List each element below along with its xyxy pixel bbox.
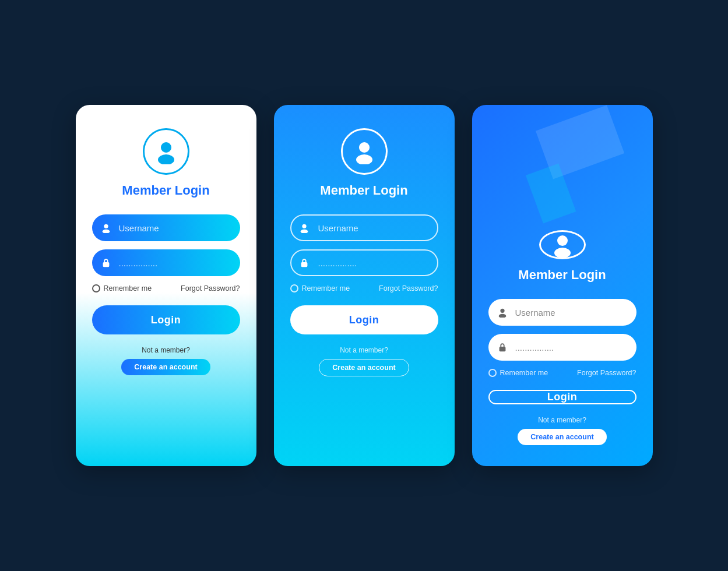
remember-circle-2[interactable] bbox=[290, 284, 298, 292]
user-svg-3 bbox=[497, 307, 508, 318]
forgot-password-2[interactable]: Forgot Password? bbox=[379, 284, 438, 292]
user-field-icon-1 bbox=[100, 222, 112, 234]
diagonal-overlay-2 bbox=[525, 163, 575, 223]
username-group-1 bbox=[92, 214, 240, 241]
not-member-2: Not a member? bbox=[340, 346, 388, 354]
not-member-1: Not a member? bbox=[142, 346, 190, 354]
options-row-1: Remember me Forgot Password? bbox=[92, 284, 240, 292]
create-account-button-3[interactable]: Create an account bbox=[518, 429, 606, 445]
user-field-icon-3 bbox=[497, 306, 508, 318]
cards-container: Member Login Remember me bbox=[76, 105, 653, 466]
remember-me-1: Remember me bbox=[92, 284, 152, 292]
password-group-3 bbox=[488, 334, 636, 361]
password-input-1[interactable] bbox=[92, 249, 240, 276]
password-group-1 bbox=[92, 249, 240, 276]
user-svg-2 bbox=[299, 223, 310, 233]
user-icon-2 bbox=[351, 139, 377, 164]
avatar-3 bbox=[539, 230, 586, 259]
lock-field-icon-1 bbox=[100, 257, 112, 269]
user-field-icon-2 bbox=[298, 222, 310, 234]
svg-point-12 bbox=[500, 309, 504, 313]
options-row-2: Remember me Forgot Password? bbox=[290, 284, 438, 292]
lock-svg-2 bbox=[299, 258, 310, 268]
lock-field-icon-2 bbox=[298, 257, 310, 269]
avatar-1 bbox=[143, 128, 189, 175]
svg-rect-9 bbox=[301, 262, 307, 267]
password-group-2 bbox=[290, 249, 438, 276]
forgot-password-3[interactable]: Forgot Password? bbox=[577, 369, 636, 377]
svg-point-8 bbox=[300, 230, 308, 233]
options-row-3: Remember me Forgot Password? bbox=[488, 369, 636, 377]
password-input-2[interactable] bbox=[290, 249, 438, 276]
remember-me-2: Remember me bbox=[290, 284, 350, 292]
card-title-2: Member Login bbox=[320, 183, 407, 198]
svg-point-10 bbox=[557, 235, 568, 246]
remember-circle-1[interactable] bbox=[92, 284, 100, 292]
remember-label-1: Remember me bbox=[104, 284, 152, 292]
not-member-3: Not a member? bbox=[538, 416, 586, 424]
lock-svg-1 bbox=[101, 258, 111, 268]
svg-point-7 bbox=[302, 224, 306, 228]
lock-field-icon-3 bbox=[497, 341, 508, 353]
login-button-1[interactable]: Login bbox=[92, 305, 240, 334]
login-card-3: Member Login Remember me bbox=[472, 105, 653, 466]
username-group-2 bbox=[290, 214, 438, 241]
user-icon-3 bbox=[550, 232, 575, 258]
user-icon-1 bbox=[153, 139, 179, 164]
svg-point-5 bbox=[359, 142, 370, 153]
username-input-2[interactable] bbox=[290, 214, 438, 241]
forgot-password-1[interactable]: Forgot Password? bbox=[181, 284, 240, 292]
card-title-1: Member Login bbox=[122, 183, 209, 198]
user-svg-1 bbox=[101, 223, 111, 233]
lock-svg-3 bbox=[497, 342, 508, 353]
login-card-1: Member Login Remember me bbox=[76, 105, 256, 466]
svg-point-11 bbox=[554, 248, 571, 258]
username-input-3[interactable] bbox=[488, 299, 636, 326]
card-title-3: Member Login bbox=[518, 267, 606, 283]
svg-rect-4 bbox=[103, 262, 109, 267]
svg-point-0 bbox=[161, 142, 171, 153]
svg-point-1 bbox=[158, 154, 174, 164]
create-account-button-1[interactable]: Create an account bbox=[121, 359, 210, 375]
create-account-button-2[interactable]: Create an account bbox=[319, 359, 409, 376]
svg-point-13 bbox=[498, 314, 506, 318]
remember-me-3: Remember me bbox=[488, 369, 548, 377]
password-input-3[interactable] bbox=[488, 334, 636, 361]
svg-rect-14 bbox=[499, 347, 505, 351]
svg-point-2 bbox=[104, 224, 108, 228]
diagonal-overlay bbox=[535, 105, 624, 179]
remember-label-3: Remember me bbox=[500, 369, 548, 377]
username-input-1[interactable] bbox=[92, 214, 240, 241]
login-card-2: Member Login Remember me bbox=[274, 105, 455, 466]
login-button-2[interactable]: Login bbox=[290, 305, 438, 334]
remember-label-2: Remember me bbox=[302, 284, 350, 292]
remember-circle-3[interactable] bbox=[488, 369, 497, 377]
svg-point-3 bbox=[102, 230, 110, 233]
username-group-3 bbox=[488, 299, 636, 326]
svg-point-6 bbox=[356, 154, 372, 164]
login-button-3[interactable]: Login bbox=[488, 390, 636, 404]
avatar-2 bbox=[341, 128, 388, 175]
